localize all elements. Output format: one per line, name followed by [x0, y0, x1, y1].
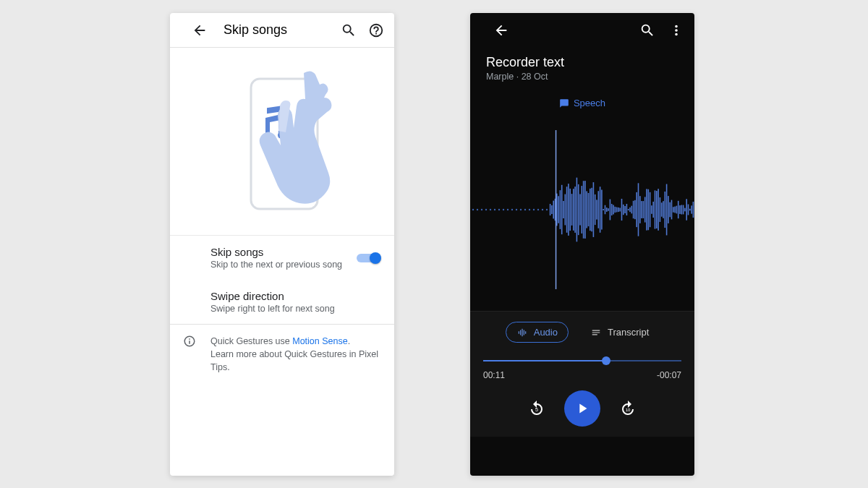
svg-point-20	[529, 209, 530, 210]
svg-rect-84	[648, 189, 650, 231]
svg-rect-110	[691, 205, 692, 213]
tab-transcript[interactable]: Transcript	[580, 322, 659, 342]
svg-rect-82	[644, 197, 646, 222]
svg-rect-93	[663, 201, 664, 218]
svg-rect-117	[523, 330, 524, 335]
tab-label: Audio	[534, 327, 558, 338]
svg-rect-114	[518, 331, 519, 334]
svg-point-24	[546, 209, 548, 210]
svg-rect-30	[558, 196, 559, 223]
forward-10-icon[interactable]: 10	[619, 400, 637, 417]
transport-controls: 5 10	[483, 390, 681, 427]
back-icon[interactable]	[493, 22, 509, 38]
svg-point-7	[472, 209, 474, 210]
svg-point-10	[485, 209, 487, 210]
svg-point-8	[477, 209, 478, 210]
svg-rect-56	[601, 189, 603, 229]
svg-rect-73	[629, 207, 631, 212]
svg-rect-108	[688, 205, 689, 215]
speech-chip[interactable]: Speech	[559, 98, 605, 108]
svg-rect-57	[603, 209, 604, 210]
svg-rect-98	[671, 200, 673, 220]
info-note: Quick Gestures use Motion Sense. Learn m…	[170, 325, 394, 384]
svg-rect-87	[652, 202, 654, 218]
svg-rect-75	[633, 201, 634, 218]
svg-point-22	[537, 209, 539, 210]
svg-rect-68	[621, 199, 623, 221]
info-text-prefix: Quick Gestures use	[210, 336, 292, 346]
search-icon[interactable]	[341, 22, 357, 38]
svg-rect-46	[584, 181, 586, 239]
svg-rect-59	[606, 207, 608, 212]
svg-point-15	[507, 209, 509, 210]
svg-point-18	[520, 209, 522, 210]
playback-controls: Audio Transcript 00:11 -00:07 5 10	[470, 311, 694, 437]
svg-point-14	[503, 209, 504, 210]
setting-title: Skip songs	[210, 246, 354, 258]
svg-point-12	[494, 209, 495, 210]
back-icon[interactable]	[192, 22, 208, 38]
svg-rect-77	[636, 192, 637, 227]
svg-rect-76	[634, 200, 636, 219]
svg-rect-88	[655, 190, 656, 228]
svg-rect-62	[611, 204, 613, 215]
svg-rect-90	[658, 189, 659, 231]
waveform[interactable]	[470, 108, 694, 311]
setting-subtitle: Skip to the next or previous song	[210, 260, 354, 270]
info-icon	[183, 335, 196, 351]
skip-songs-toggle[interactable]	[357, 252, 381, 265]
svg-rect-85	[650, 192, 651, 227]
svg-rect-66	[618, 207, 619, 212]
skip-songs-setting[interactable]: Skip songs Skip to the next or previous …	[170, 236, 394, 280]
svg-rect-51	[593, 182, 595, 237]
tab-audio[interactable]: Audio	[506, 322, 569, 343]
svg-rect-65	[616, 207, 618, 213]
svg-rect-63	[613, 205, 614, 215]
svg-rect-106	[684, 208, 686, 212]
time-elapsed: 00:11	[483, 370, 505, 380]
svg-rect-31	[560, 190, 561, 229]
svg-rect-83	[646, 189, 647, 230]
svg-rect-115	[520, 330, 521, 335]
svg-text:5: 5	[535, 407, 538, 412]
svg-rect-27	[553, 201, 554, 219]
svg-rect-45	[583, 181, 584, 239]
svg-rect-78	[638, 183, 639, 236]
svg-rect-50	[591, 188, 592, 231]
svg-rect-42	[578, 184, 579, 235]
recording-header: Recorder text Marple · 28 Oct	[470, 48, 694, 87]
svg-rect-58	[605, 205, 606, 214]
svg-rect-40	[574, 187, 576, 233]
info-text-line2: Learn more about Quick Gestures in Pixel…	[210, 349, 378, 372]
play-button[interactable]	[564, 390, 600, 427]
svg-point-19	[524, 209, 526, 210]
svg-point-21	[533, 209, 535, 210]
search-icon[interactable]	[639, 22, 655, 38]
seek-bar[interactable]	[483, 356, 681, 366]
gesture-illustration	[170, 48, 394, 236]
time-remaining: -00:07	[657, 370, 681, 380]
svg-rect-116	[522, 328, 522, 336]
svg-rect-70	[624, 206, 626, 213]
svg-point-23	[542, 209, 543, 210]
svg-rect-92	[661, 202, 663, 216]
svg-rect-44	[582, 186, 583, 234]
appbar	[470, 13, 694, 48]
svg-rect-43	[579, 194, 581, 225]
svg-rect-94	[665, 192, 666, 228]
appbar: Skip songs	[170, 13, 394, 48]
svg-rect-74	[631, 206, 633, 214]
svg-rect-102	[678, 201, 679, 218]
view-tabs: Audio Transcript	[483, 322, 681, 343]
svg-rect-86	[651, 205, 652, 214]
svg-rect-33	[563, 201, 564, 218]
chip-label: Speech	[574, 98, 605, 108]
motion-sense-link[interactable]: Motion Sense	[292, 336, 347, 346]
svg-rect-32	[561, 185, 563, 234]
help-icon[interactable]	[368, 22, 384, 38]
replay-5-icon[interactable]: 5	[528, 400, 545, 417]
svg-rect-35	[566, 187, 568, 233]
svg-rect-118	[525, 331, 526, 334]
swipe-direction-setting[interactable]: Swipe direction Swipe right to left for …	[170, 280, 394, 324]
more-icon[interactable]	[668, 22, 684, 38]
